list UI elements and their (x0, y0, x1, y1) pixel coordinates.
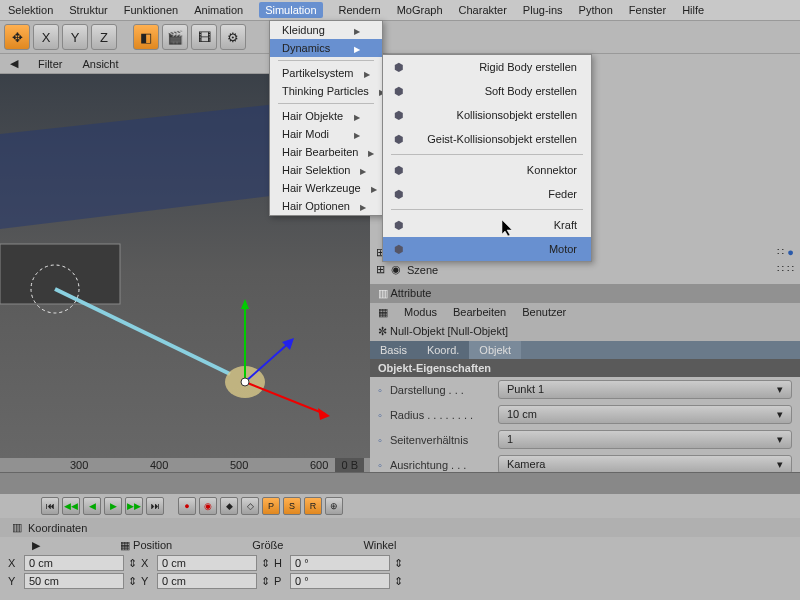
menu-mograph[interactable]: MoGraph (397, 4, 443, 16)
axis-y[interactable]: Y (62, 24, 88, 50)
svg-rect-1 (0, 244, 120, 304)
axis-z[interactable]: Z (91, 24, 117, 50)
prop-seitenverhltnis: ◦Seitenverhältnis1▾ (370, 427, 800, 452)
dynamics-submenu: ⬢Rigid Body erstellen⬢Soft Body erstelle… (382, 54, 592, 262)
menu-python[interactable]: Python (579, 4, 613, 16)
menu-funktionen[interactable]: Funktionen (124, 4, 178, 16)
timeline[interactable] (0, 472, 800, 494)
submenu-item-soft-body-erstellen[interactable]: ⬢Soft Body erstellen (383, 79, 591, 103)
submenu-item-kraft[interactable]: ⬢Kraft (383, 213, 591, 237)
rec-param[interactable]: ⊕ (325, 497, 343, 515)
coord-row-y: Y⇕Y⇕P⇕ (0, 572, 800, 590)
move-tool[interactable]: ✥ (4, 24, 30, 50)
menu-item-hair-objekte[interactable]: Hair Objekte (270, 107, 382, 125)
key-opts[interactable]: ◇ (241, 497, 259, 515)
menu-item-hair-modi[interactable]: Hair Modi (270, 125, 382, 143)
svg-point-11 (241, 378, 249, 386)
menu-fenster[interactable]: Fenster (629, 4, 666, 16)
main-toolbar: ✥ X Y Z ◧ 🎬 🎞 ⚙ (0, 20, 800, 54)
tab-koord[interactable]: Koord. (417, 341, 469, 359)
menu-item-hair-optionen[interactable]: Hair Optionen (270, 197, 382, 215)
menu-plug-ins[interactable]: Plug-ins (523, 4, 563, 16)
play[interactable]: ▶ (104, 497, 122, 515)
submenu-item-konnektor[interactable]: ⬢Konnektor (383, 158, 591, 182)
scene-icon: ◉ (391, 263, 401, 276)
simulation-menu: KleidungDynamicsPartikelsystemThinking P… (269, 20, 383, 216)
menu-item-kleidung[interactable]: Kleidung (270, 21, 382, 39)
menu-simulation[interactable]: Simulation (259, 2, 322, 18)
menu-item-dynamics[interactable]: Dynamics (270, 39, 382, 57)
menu-hilfe[interactable]: Hilfe (682, 4, 704, 16)
prev-icon[interactable]: ◀ (10, 57, 18, 70)
goto-end[interactable]: ⏭ (146, 497, 164, 515)
menu-selektion[interactable]: Selektion (8, 4, 53, 16)
prop-radius: ◦Radius . . . . . . . .10 cm▾ (370, 402, 800, 427)
mode-link[interactable]: Modus (404, 306, 437, 319)
settings-icon[interactable]: ⚙ (220, 24, 246, 50)
tab-basis[interactable]: Basis (370, 341, 417, 359)
record[interactable]: ● (178, 497, 196, 515)
menu-charakter[interactable]: Charakter (459, 4, 507, 16)
svg-line-9 (245, 342, 290, 382)
viewport-ruler: 0 B 300400500600 (0, 458, 370, 472)
edit-link[interactable]: Bearbeiten (453, 306, 506, 319)
menu-rendern[interactable]: Rendern (339, 4, 381, 16)
submenu-item-motor[interactable]: ⬢Motor (383, 237, 591, 261)
menu-item-thinking-particles[interactable]: Thinking Particles (270, 82, 382, 100)
svg-line-3 (55, 289, 230, 374)
transport-bar: ⏮ ◀◀ ◀ ▶ ▶▶ ⏭ ● ◉ ◆ ◇ P S R ⊕ (0, 494, 800, 518)
prop-darstellung: ◦Darstellung . . .Punkt 1▾ (370, 377, 800, 402)
coordinates-panel: ▥Koordinaten ▶ ▦ Position Größe Winkel X… (0, 518, 800, 590)
submenu-item-kollisionsobjekt-erstellen[interactable]: ⬢Kollisionsobjekt erstellen (383, 103, 591, 127)
menu-item-hair-bearbeiten[interactable]: Hair Bearbeiten (270, 143, 382, 161)
attributes-header: ▥ Attribute (370, 284, 800, 303)
render-icon[interactable]: 🎞 (191, 24, 217, 50)
user-link[interactable]: Benutzer (522, 306, 566, 319)
attr-mode-row: ▦ Modus Bearbeiten Benutzer (370, 303, 800, 322)
key-tool[interactable]: ◆ (220, 497, 238, 515)
menu-item-hair-werkzeuge[interactable]: Hair Werkzeuge (270, 179, 382, 197)
submenu-item-geist-kollisionsobjekt-erstellen[interactable]: ⬢Geist-Kollisionsobjekt erstellen (383, 127, 591, 151)
next-frame[interactable]: ▶▶ (125, 497, 143, 515)
autokey[interactable]: ◉ (199, 497, 217, 515)
rec-pos[interactable]: P (262, 497, 280, 515)
object-name-row: ✼ Null-Objekt [Null-Objekt] (370, 322, 800, 341)
coord-row-x: X⇕X⇕H⇕ (0, 554, 800, 572)
menu-item-partikelsystem[interactable]: Partikelsystem (270, 64, 382, 82)
rec-scale[interactable]: S (283, 497, 301, 515)
rec-rot[interactable]: R (304, 497, 322, 515)
tab-objekt[interactable]: Objekt (469, 341, 521, 359)
menu-animation[interactable]: Animation (194, 4, 243, 16)
menu-struktur[interactable]: Struktur (69, 4, 108, 16)
svg-marker-8 (318, 408, 330, 420)
filter-link[interactable]: Filter (38, 58, 62, 70)
attribute-tabs: Basis Koord. Objekt (370, 341, 800, 359)
menu-item-hair-selektion[interactable]: Hair Selektion (270, 161, 382, 179)
cube-tool[interactable]: ◧ (133, 24, 159, 50)
object-row-szene[interactable]: ⊞◉Szene ∷ ∷ (370, 261, 800, 278)
view-link[interactable]: Ansicht (82, 58, 118, 70)
submenu-item-rigid-body-erstellen[interactable]: ⬢Rigid Body erstellen (383, 55, 591, 79)
svg-marker-6 (241, 299, 249, 309)
axis-x[interactable]: X (33, 24, 59, 50)
prev-key[interactable]: ◀◀ (62, 497, 80, 515)
prev-frame[interactable]: ◀ (83, 497, 101, 515)
main-menubar: SelektionStrukturFunktionenAnimationSimu… (0, 0, 800, 20)
svg-line-7 (245, 382, 325, 414)
submenu-item-feder[interactable]: ⬢Feder (383, 182, 591, 206)
goto-start[interactable]: ⏮ (41, 497, 59, 515)
section-object-props: Objekt-Eigenschaften (370, 359, 800, 377)
clapper-icon[interactable]: 🎬 (162, 24, 188, 50)
